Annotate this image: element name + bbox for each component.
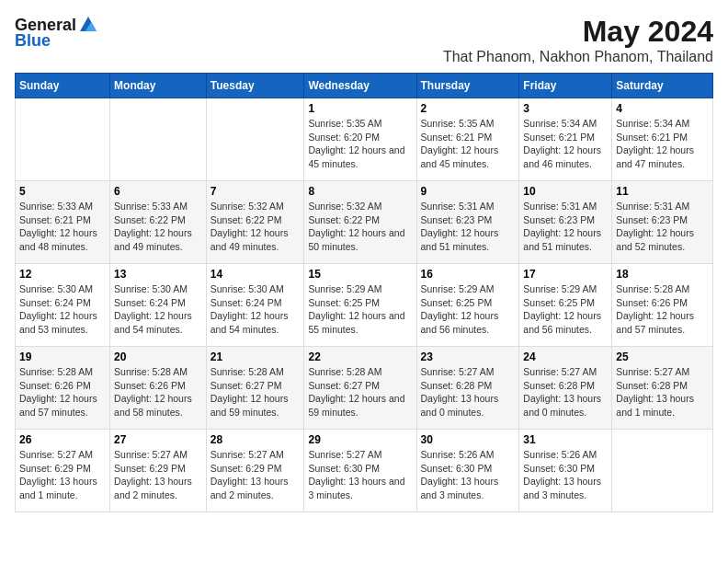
day-number: 6	[114, 185, 202, 198]
logo: General Blue	[15, 15, 98, 51]
calendar-week-row: 5Sunrise: 5:33 AM Sunset: 6:21 PM Daylig…	[16, 181, 713, 264]
day-number: 1	[308, 102, 412, 115]
day-number: 21	[210, 350, 301, 363]
day-info: Sunrise: 5:35 AM Sunset: 6:20 PM Dayligh…	[308, 117, 412, 171]
day-info: Sunrise: 5:28 AM Sunset: 6:26 PM Dayligh…	[114, 365, 202, 419]
day-info: Sunrise: 5:34 AM Sunset: 6:21 PM Dayligh…	[616, 117, 709, 171]
day-number: 14	[210, 268, 301, 281]
day-number: 13	[114, 268, 202, 281]
calendar-cell: 25Sunrise: 5:27 AM Sunset: 6:28 PM Dayli…	[612, 347, 713, 430]
day-number: 16	[421, 268, 516, 281]
day-info: Sunrise: 5:27 AM Sunset: 6:30 PM Dayligh…	[308, 448, 412, 502]
calendar-cell: 29Sunrise: 5:27 AM Sunset: 6:30 PM Dayli…	[304, 430, 416, 512]
day-info: Sunrise: 5:28 AM Sunset: 6:27 PM Dayligh…	[308, 365, 412, 419]
day-info: Sunrise: 5:34 AM Sunset: 6:21 PM Dayligh…	[523, 117, 608, 171]
day-info: Sunrise: 5:29 AM Sunset: 6:25 PM Dayligh…	[421, 282, 516, 337]
calendar-week-row: 12Sunrise: 5:30 AM Sunset: 6:24 PM Dayli…	[16, 264, 713, 347]
day-number: 29	[308, 433, 412, 446]
calendar-cell: 8Sunrise: 5:32 AM Sunset: 6:22 PM Daylig…	[304, 181, 416, 264]
calendar-cell: 9Sunrise: 5:31 AM Sunset: 6:23 PM Daylig…	[416, 181, 519, 264]
day-info: Sunrise: 5:26 AM Sunset: 6:30 PM Dayligh…	[523, 448, 608, 502]
calendar-cell: 15Sunrise: 5:29 AM Sunset: 6:25 PM Dayli…	[304, 264, 416, 347]
calendar-cell: 26Sunrise: 5:27 AM Sunset: 6:29 PM Dayli…	[16, 430, 110, 512]
day-number: 9	[421, 185, 516, 198]
calendar-cell: 22Sunrise: 5:28 AM Sunset: 6:27 PM Dayli…	[304, 347, 416, 430]
day-info: Sunrise: 5:29 AM Sunset: 6:25 PM Dayligh…	[308, 282, 412, 337]
calendar-cell: 19Sunrise: 5:28 AM Sunset: 6:26 PM Dayli…	[16, 347, 110, 430]
calendar-cell	[110, 98, 207, 181]
day-number: 4	[616, 102, 709, 115]
calendar-cell: 5Sunrise: 5:33 AM Sunset: 6:21 PM Daylig…	[16, 181, 110, 264]
day-number: 3	[523, 102, 608, 115]
calendar-cell: 6Sunrise: 5:33 AM Sunset: 6:22 PM Daylig…	[110, 181, 207, 264]
day-info: Sunrise: 5:26 AM Sunset: 6:30 PM Dayligh…	[421, 448, 516, 502]
calendar-cell	[206, 98, 304, 181]
calendar-cell: 21Sunrise: 5:28 AM Sunset: 6:27 PM Dayli…	[206, 347, 304, 430]
day-number: 30	[421, 433, 516, 446]
calendar-cell: 2Sunrise: 5:35 AM Sunset: 6:21 PM Daylig…	[416, 98, 519, 181]
calendar-cell: 7Sunrise: 5:32 AM Sunset: 6:22 PM Daylig…	[206, 181, 304, 264]
day-number: 8	[308, 185, 412, 198]
day-number: 25	[616, 350, 709, 363]
calendar-cell: 31Sunrise: 5:26 AM Sunset: 6:30 PM Dayli…	[519, 430, 612, 512]
day-number: 20	[114, 350, 202, 363]
day-number: 5	[19, 185, 106, 198]
weekday-header-monday: Monday	[110, 74, 207, 98]
logo-blue: Blue	[15, 31, 51, 51]
day-number: 27	[114, 433, 202, 446]
day-info: Sunrise: 5:27 AM Sunset: 6:29 PM Dayligh…	[114, 448, 202, 502]
day-info: Sunrise: 5:30 AM Sunset: 6:24 PM Dayligh…	[19, 282, 106, 337]
day-info: Sunrise: 5:30 AM Sunset: 6:24 PM Dayligh…	[210, 282, 301, 337]
day-info: Sunrise: 5:30 AM Sunset: 6:24 PM Dayligh…	[114, 282, 202, 337]
page-header: General Blue May 2024 That Phanom, Nakho…	[15, 15, 713, 65]
calendar-cell: 16Sunrise: 5:29 AM Sunset: 6:25 PM Dayli…	[416, 264, 519, 347]
day-info: Sunrise: 5:27 AM Sunset: 6:29 PM Dayligh…	[210, 448, 301, 502]
day-info: Sunrise: 5:31 AM Sunset: 6:23 PM Dayligh…	[421, 200, 516, 254]
calendar-cell: 27Sunrise: 5:27 AM Sunset: 6:29 PM Dayli…	[110, 430, 207, 512]
day-number: 23	[421, 350, 516, 363]
day-number: 15	[308, 268, 412, 281]
calendar-week-row: 26Sunrise: 5:27 AM Sunset: 6:29 PM Dayli…	[16, 430, 713, 512]
calendar-cell: 10Sunrise: 5:31 AM Sunset: 6:23 PM Dayli…	[519, 181, 612, 264]
calendar-cell: 1Sunrise: 5:35 AM Sunset: 6:20 PM Daylig…	[304, 98, 416, 181]
day-number: 11	[616, 185, 709, 198]
day-number: 7	[210, 185, 301, 198]
calendar-cell	[612, 430, 713, 512]
calendar-cell: 24Sunrise: 5:27 AM Sunset: 6:28 PM Dayli…	[519, 347, 612, 430]
page-subtitle: That Phanom, Nakhon Phanom, Thailand	[443, 49, 713, 65]
day-info: Sunrise: 5:31 AM Sunset: 6:23 PM Dayligh…	[616, 200, 709, 254]
day-number: 2	[421, 102, 516, 115]
day-info: Sunrise: 5:28 AM Sunset: 6:26 PM Dayligh…	[616, 282, 709, 337]
calendar-cell: 23Sunrise: 5:27 AM Sunset: 6:28 PM Dayli…	[416, 347, 519, 430]
day-info: Sunrise: 5:29 AM Sunset: 6:25 PM Dayligh…	[523, 282, 608, 337]
day-info: Sunrise: 5:27 AM Sunset: 6:28 PM Dayligh…	[523, 365, 608, 419]
day-number: 12	[19, 268, 106, 281]
calendar-cell	[16, 98, 110, 181]
day-number: 22	[308, 350, 412, 363]
title-block: May 2024 That Phanom, Nakhon Phanom, Tha…	[443, 15, 713, 65]
calendar-cell: 4Sunrise: 5:34 AM Sunset: 6:21 PM Daylig…	[612, 98, 713, 181]
calendar-cell: 30Sunrise: 5:26 AM Sunset: 6:30 PM Dayli…	[416, 430, 519, 512]
calendar-week-row: 1Sunrise: 5:35 AM Sunset: 6:20 PM Daylig…	[16, 98, 713, 181]
weekday-header-row: SundayMondayTuesdayWednesdayThursdayFrid…	[16, 74, 713, 98]
day-info: Sunrise: 5:32 AM Sunset: 6:22 PM Dayligh…	[210, 200, 301, 254]
day-number: 31	[523, 433, 608, 446]
calendar-table: SundayMondayTuesdayWednesdayThursdayFrid…	[15, 73, 713, 512]
calendar-cell: 14Sunrise: 5:30 AM Sunset: 6:24 PM Dayli…	[206, 264, 304, 347]
day-info: Sunrise: 5:33 AM Sunset: 6:22 PM Dayligh…	[114, 200, 202, 254]
day-number: 28	[210, 433, 301, 446]
weekday-header-friday: Friday	[519, 74, 612, 98]
day-info: Sunrise: 5:28 AM Sunset: 6:27 PM Dayligh…	[210, 365, 301, 419]
day-info: Sunrise: 5:31 AM Sunset: 6:23 PM Dayligh…	[523, 200, 608, 254]
calendar-cell: 20Sunrise: 5:28 AM Sunset: 6:26 PM Dayli…	[110, 347, 207, 430]
day-number: 24	[523, 350, 608, 363]
day-info: Sunrise: 5:32 AM Sunset: 6:22 PM Dayligh…	[308, 200, 412, 254]
calendar-cell: 12Sunrise: 5:30 AM Sunset: 6:24 PM Dayli…	[16, 264, 110, 347]
logo-icon	[78, 15, 98, 35]
day-number: 10	[523, 185, 608, 198]
day-info: Sunrise: 5:33 AM Sunset: 6:21 PM Dayligh…	[19, 200, 106, 254]
calendar-cell: 17Sunrise: 5:29 AM Sunset: 6:25 PM Dayli…	[519, 264, 612, 347]
calendar-week-row: 19Sunrise: 5:28 AM Sunset: 6:26 PM Dayli…	[16, 347, 713, 430]
day-info: Sunrise: 5:27 AM Sunset: 6:29 PM Dayligh…	[19, 448, 106, 502]
calendar-cell: 13Sunrise: 5:30 AM Sunset: 6:24 PM Dayli…	[110, 264, 207, 347]
